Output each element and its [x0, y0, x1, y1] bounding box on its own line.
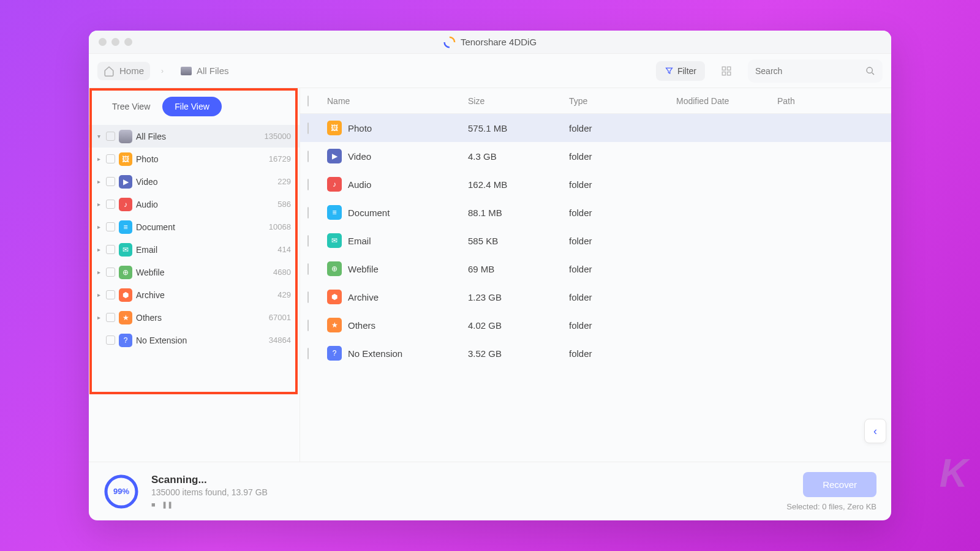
grid-view-button[interactable]	[716, 61, 737, 81]
tree-item[interactable]: ▸✉Email414	[89, 238, 300, 261]
col-header-modified[interactable]: Modified Date	[676, 96, 777, 106]
chevron-right-icon[interactable]: ▸	[95, 223, 102, 230]
tree-item-count: 67001	[269, 313, 291, 322]
table-row[interactable]: ✉Email585 KBfolder	[300, 227, 891, 255]
table-header: Name Size Type Modified Date Path	[300, 88, 891, 114]
search-box[interactable]	[748, 59, 883, 83]
row-name: Others	[348, 320, 375, 331]
checkbox[interactable]	[106, 200, 115, 209]
tree-item-label: Webfile	[136, 268, 270, 277]
home-crumb[interactable]: Home	[97, 62, 150, 80]
checkbox[interactable]	[307, 151, 309, 162]
row-name: Archive	[348, 292, 379, 302]
table-row[interactable]: ▶Video4.3 GBfolder	[300, 142, 891, 170]
tree-item[interactable]: ▸≡Document10068	[89, 216, 300, 238]
tree-item[interactable]: ▸♪Audio586	[89, 193, 300, 216]
checkbox[interactable]	[106, 335, 115, 345]
chevron-right-icon[interactable]: ▸	[95, 269, 102, 276]
chevron-right-icon[interactable]: ▸	[95, 291, 102, 298]
app-logo-icon	[443, 36, 456, 48]
checkbox[interactable]	[106, 132, 115, 141]
checkbox[interactable]	[106, 268, 115, 277]
titlebar: Tenorshare 4DDiG	[89, 31, 891, 54]
web-icon: ⊕	[119, 266, 132, 279]
checkbox[interactable]	[106, 290, 115, 299]
chevron-right-icon[interactable]: ▸	[95, 156, 102, 162]
progress-percent: 99%	[104, 474, 139, 509]
table-row[interactable]: ?No Extension3.52 GBfolder	[300, 339, 891, 367]
checkbox[interactable]	[106, 245, 115, 254]
row-size: 88.1 MB	[468, 208, 569, 218]
doc-icon: ≡	[119, 220, 132, 234]
zoom-dot[interactable]	[124, 38, 132, 46]
svg-point-4	[867, 67, 872, 73]
row-size: 4.3 GB	[468, 151, 569, 162]
col-header-type[interactable]: Type	[569, 96, 676, 106]
video-icon: ▶	[119, 175, 132, 189]
drive-icon	[119, 130, 132, 143]
minimize-dot[interactable]	[111, 38, 119, 46]
table-row[interactable]: ⬢Archive1.23 GBfolder	[300, 283, 891, 311]
all-files-crumb[interactable]: All Files	[175, 62, 235, 80]
chevron-down-icon[interactable]: ▾	[95, 133, 102, 140]
table-row[interactable]: ♪Audio162.4 MBfolder	[300, 170, 891, 198]
tree-root-all-files[interactable]: ▾ All Files 135000	[89, 125, 300, 148]
expand-preview-button[interactable]: ‹	[864, 419, 886, 443]
stop-button[interactable]: ■	[151, 501, 156, 509]
col-header-name[interactable]: Name	[327, 96, 468, 106]
status-summary: 135000 items found, 13.97 GB	[151, 487, 268, 497]
checkbox[interactable]	[106, 154, 115, 163]
checkbox[interactable]	[106, 222, 115, 231]
tree-item[interactable]: ▸▶Video229	[89, 170, 300, 193]
file-view-tab[interactable]: File View	[162, 97, 222, 116]
table-row[interactable]: ≡Document88.1 MBfolder	[300, 198, 891, 227]
search-input[interactable]	[755, 66, 865, 76]
select-all-checkbox[interactable]	[307, 96, 309, 107]
tree-item-label: Audio	[136, 200, 274, 209]
checkbox[interactable]	[307, 348, 309, 359]
tree-item[interactable]: ▸⊕Webfile4680	[89, 261, 300, 283]
tree-item-label: Photo	[136, 154, 265, 164]
tree-item-label: No Extension	[136, 335, 265, 345]
all-files-label: All Files	[197, 66, 229, 76]
table-row[interactable]: 🖼Photo575.1 MBfolder	[300, 114, 891, 142]
tree-item-label: Archive	[136, 290, 274, 300]
filter-button[interactable]: Filter	[656, 61, 705, 81]
tree-item-label: Email	[136, 245, 274, 255]
pause-button[interactable]: ❚❚	[162, 501, 173, 509]
col-header-path[interactable]: Path	[777, 96, 884, 106]
chevron-right-icon[interactable]: ▸	[95, 201, 102, 208]
col-header-size[interactable]: Size	[468, 96, 569, 106]
tree-item[interactable]: ?No Extension34864	[89, 329, 300, 351]
row-type: folder	[569, 123, 676, 133]
close-dot[interactable]	[99, 38, 107, 46]
checkbox[interactable]	[307, 122, 309, 134]
tree-item-count: 4680	[273, 268, 291, 277]
checkbox[interactable]	[307, 320, 309, 331]
checkbox[interactable]	[307, 263, 309, 275]
chevron-right-icon[interactable]: ▸	[95, 246, 102, 253]
chevron-right-icon[interactable]: ▸	[95, 178, 102, 185]
checkbox[interactable]	[307, 291, 309, 303]
tree-item[interactable]: ▸★Others67001	[89, 306, 300, 329]
watermark: K	[940, 451, 968, 496]
recover-button[interactable]: Recover	[803, 472, 876, 497]
selection-info: Selected: 0 files, Zero KB	[786, 502, 876, 511]
checkbox[interactable]	[307, 179, 309, 190]
row-type: folder	[569, 264, 676, 274]
checkbox[interactable]	[106, 313, 115, 322]
checkbox[interactable]	[307, 207, 309, 219]
row-name: Email	[348, 236, 371, 246]
tree-view-tab[interactable]: Tree View	[100, 97, 162, 116]
chevron-right-icon[interactable]: ▸	[95, 314, 102, 321]
table-row[interactable]: ★Others4.02 GBfolder	[300, 311, 891, 339]
tree-item[interactable]: ▸🖼Photo16729	[89, 148, 300, 170]
tree-item[interactable]: ▸⬢Archive429	[89, 283, 300, 306]
chevron-right-icon: ›	[161, 67, 164, 75]
checkbox[interactable]	[106, 177, 115, 186]
svg-rect-1	[728, 67, 731, 70]
video-icon: ▶	[327, 149, 342, 163]
email-icon: ✉	[119, 243, 132, 257]
table-row[interactable]: ⊕Webfile69 MBfolder	[300, 255, 891, 283]
checkbox[interactable]	[307, 235, 309, 247]
